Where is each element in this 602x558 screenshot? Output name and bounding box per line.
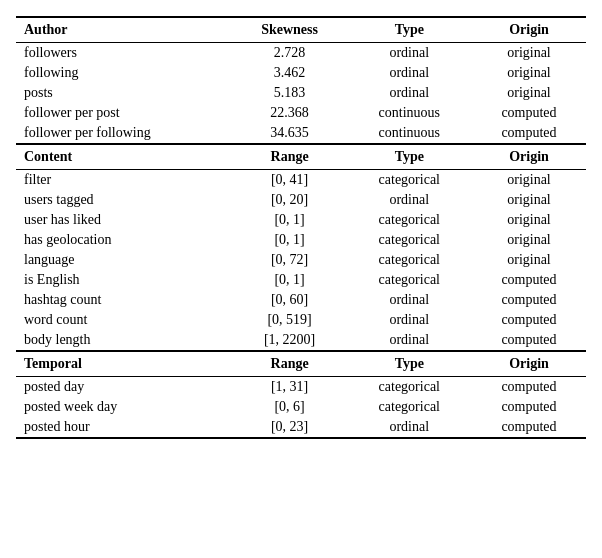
cell-content-row2-col2: [0, 1] (233, 210, 347, 230)
cell-author-row0-col3: ordinal (347, 43, 472, 64)
cell-content-row0-col3: categorical (347, 170, 472, 191)
section-header-temporal: TemporalRangeTypeOrigin (16, 351, 586, 377)
cell-content-row0-col4: original (472, 170, 586, 191)
main-table: AuthorSkewnessTypeOriginfollowers2.728or… (16, 16, 586, 439)
table-row: user has liked[0, 1]categoricaloriginal (16, 210, 586, 230)
table-row: filter[0, 41]categoricaloriginal (16, 170, 586, 191)
cell-content-row1-col4: original (472, 190, 586, 210)
cell-author-row1-col2: 3.462 (233, 63, 347, 83)
cell-author-row3-col2: 22.368 (233, 103, 347, 123)
cell-author-row4-col2: 34.635 (233, 123, 347, 144)
cell-temporal-row0-col1: posted day (16, 377, 233, 398)
table-row: word count[0, 519]ordinalcomputed (16, 310, 586, 330)
cell-content-row6-col4: computed (472, 290, 586, 310)
cell-content-row6-col3: ordinal (347, 290, 472, 310)
table-row: follower per following34.635continuousco… (16, 123, 586, 144)
table-row: following3.462ordinaloriginal (16, 63, 586, 83)
header-author-col4: Origin (472, 17, 586, 43)
cell-temporal-row1-col1: posted week day (16, 397, 233, 417)
cell-content-row5-col2: [0, 1] (233, 270, 347, 290)
header-temporal-col4: Origin (472, 351, 586, 377)
table-row: posts5.183ordinaloriginal (16, 83, 586, 103)
header-author-col2: Skewness (233, 17, 347, 43)
cell-author-row0-col1: followers (16, 43, 233, 64)
cell-content-row8-col1: body length (16, 330, 233, 351)
cell-author-row1-col4: original (472, 63, 586, 83)
header-author-col1: Author (16, 17, 233, 43)
cell-content-row5-col3: categorical (347, 270, 472, 290)
table-row: followers2.728ordinaloriginal (16, 43, 586, 64)
cell-temporal-row2-col2: [0, 23] (233, 417, 347, 438)
cell-temporal-row2-col4: computed (472, 417, 586, 438)
cell-content-row8-col2: [1, 2200] (233, 330, 347, 351)
cell-author-row0-col4: original (472, 43, 586, 64)
cell-content-row8-col3: ordinal (347, 330, 472, 351)
cell-content-row1-col3: ordinal (347, 190, 472, 210)
cell-content-row3-col2: [0, 1] (233, 230, 347, 250)
cell-content-row4-col2: [0, 72] (233, 250, 347, 270)
table-row: follower per post22.368continuouscompute… (16, 103, 586, 123)
cell-author-row0-col2: 2.728 (233, 43, 347, 64)
cell-author-row2-col3: ordinal (347, 83, 472, 103)
cell-content-row3-col4: original (472, 230, 586, 250)
table-row: users tagged[0, 20]ordinaloriginal (16, 190, 586, 210)
cell-temporal-row0-col4: computed (472, 377, 586, 398)
cell-content-row5-col1: is English (16, 270, 233, 290)
cell-temporal-row0-col2: [1, 31] (233, 377, 347, 398)
header-content-col3: Type (347, 144, 472, 170)
cell-author-row4-col4: computed (472, 123, 586, 144)
cell-author-row3-col1: follower per post (16, 103, 233, 123)
table-row: body length[1, 2200]ordinalcomputed (16, 330, 586, 351)
cell-content-row1-col1: users tagged (16, 190, 233, 210)
cell-author-row4-col3: continuous (347, 123, 472, 144)
header-content-col1: Content (16, 144, 233, 170)
table-row: has geolocation[0, 1]categoricaloriginal (16, 230, 586, 250)
table-row: posted hour[0, 23]ordinalcomputed (16, 417, 586, 438)
cell-temporal-row2-col1: posted hour (16, 417, 233, 438)
cell-author-row4-col1: follower per following (16, 123, 233, 144)
cell-content-row1-col2: [0, 20] (233, 190, 347, 210)
section-header-author: AuthorSkewnessTypeOrigin (16, 17, 586, 43)
header-content-col2: Range (233, 144, 347, 170)
cell-content-row2-col3: categorical (347, 210, 472, 230)
cell-content-row3-col3: categorical (347, 230, 472, 250)
cell-temporal-row2-col3: ordinal (347, 417, 472, 438)
header-author-col3: Type (347, 17, 472, 43)
table-row: language[0, 72]categoricaloriginal (16, 250, 586, 270)
cell-content-row8-col4: computed (472, 330, 586, 351)
cell-content-row4-col3: categorical (347, 250, 472, 270)
table-row: is English[0, 1]categoricalcomputed (16, 270, 586, 290)
cell-content-row7-col3: ordinal (347, 310, 472, 330)
cell-temporal-row1-col4: computed (472, 397, 586, 417)
cell-author-row3-col3: continuous (347, 103, 472, 123)
cell-content-row3-col1: has geolocation (16, 230, 233, 250)
cell-author-row2-col1: posts (16, 83, 233, 103)
cell-author-row2-col2: 5.183 (233, 83, 347, 103)
cell-content-row7-col4: computed (472, 310, 586, 330)
table-row: hashtag count[0, 60]ordinalcomputed (16, 290, 586, 310)
cell-author-row1-col1: following (16, 63, 233, 83)
cell-content-row6-col1: hashtag count (16, 290, 233, 310)
table-row: posted day[1, 31]categoricalcomputed (16, 377, 586, 398)
cell-content-row7-col2: [0, 519] (233, 310, 347, 330)
cell-temporal-row0-col3: categorical (347, 377, 472, 398)
cell-temporal-row1-col2: [0, 6] (233, 397, 347, 417)
cell-content-row6-col2: [0, 60] (233, 290, 347, 310)
header-temporal-col1: Temporal (16, 351, 233, 377)
cell-author-row3-col4: computed (472, 103, 586, 123)
table-row: posted week day[0, 6]categoricalcomputed (16, 397, 586, 417)
cell-content-row0-col2: [0, 41] (233, 170, 347, 191)
cell-content-row7-col1: word count (16, 310, 233, 330)
cell-content-row5-col4: computed (472, 270, 586, 290)
header-temporal-col3: Type (347, 351, 472, 377)
cell-author-row2-col4: original (472, 83, 586, 103)
cell-content-row4-col1: language (16, 250, 233, 270)
header-content-col4: Origin (472, 144, 586, 170)
cell-content-row4-col4: original (472, 250, 586, 270)
header-temporal-col2: Range (233, 351, 347, 377)
cell-content-row2-col1: user has liked (16, 210, 233, 230)
cell-temporal-row1-col3: categorical (347, 397, 472, 417)
section-header-content: ContentRangeTypeOrigin (16, 144, 586, 170)
cell-content-row2-col4: original (472, 210, 586, 230)
cell-author-row1-col3: ordinal (347, 63, 472, 83)
